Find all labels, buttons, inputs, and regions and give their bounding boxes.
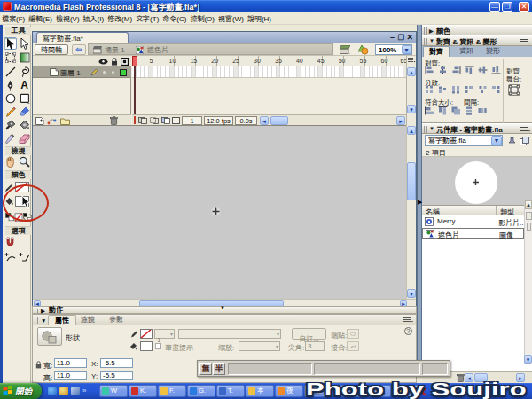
library-item-row[interactable]: Merry 影片片.. [422, 216, 524, 227]
menu-modify[interactable]: 修改(M) [106, 12, 134, 25]
frame-rate-indicator[interactable]: 12.0 fps [204, 116, 233, 125]
tab-transform[interactable]: 變形 [481, 46, 505, 57]
align-horizontal-center-button[interactable] [438, 66, 448, 74]
library-document-combo[interactable]: 寫字動畫.fla ▼ [425, 135, 503, 146]
menu-view[interactable]: 檢視(V) [54, 12, 82, 25]
doc-minimize-icon[interactable]: – [390, 34, 395, 42]
timeline-scroll-right-arrow[interactable]: ▸ [396, 116, 405, 125]
menu-control[interactable]: 控制(O) [188, 12, 216, 25]
menu-help[interactable]: 說明(H) [246, 12, 273, 25]
document-tab[interactable]: 寫字動畫.fla* [36, 32, 129, 43]
match-width-height-button[interactable] [451, 106, 461, 115]
layer-name[interactable]: 圖層 1 [60, 67, 81, 77]
taskbar-task-button[interactable]: F. [158, 385, 186, 397]
layer-frames-row[interactable] [132, 66, 406, 78]
snap-to-objects-magnet-icon[interactable] [4, 236, 17, 248]
stage-vscroll-thumb[interactable] [407, 162, 416, 200]
stroke-style-dropdown[interactable] [178, 329, 281, 339]
line-tool[interactable] [4, 66, 17, 78]
timeline-scroll-up-arrow[interactable]: ▴ [407, 67, 416, 76]
taskbar-task-button[interactable]: G. [187, 385, 215, 397]
layer-outline-color-swatch[interactable] [120, 69, 127, 76]
layer-row[interactable]: 圖層 1 [33, 66, 131, 78]
stroke-color-swatch[interactable] [140, 329, 153, 339]
subselection-tool[interactable] [18, 37, 31, 50]
modify-onion-markers-icon[interactable]: · [172, 117, 180, 124]
eraser-tool[interactable] [18, 132, 31, 145]
fill-color-swatch[interactable] [140, 341, 153, 351]
menu-commands[interactable]: 命令(C) [160, 12, 188, 25]
properties-panel-menu-icon[interactable] [403, 317, 413, 324]
oval-tool[interactable] [4, 92, 17, 105]
new-library-window-icon[interactable] [520, 137, 529, 145]
space-vertical-button[interactable] [465, 106, 474, 115]
outline-view-icon[interactable] [121, 58, 129, 66]
elapsed-time-indicator[interactable]: 0.0s [235, 116, 257, 125]
ime-halfwidth-button[interactable]: 半 [213, 363, 225, 375]
current-frame-indicator[interactable]: 1 [182, 116, 202, 125]
help-icon[interactable]: ? [404, 327, 412, 335]
insert-layer-icon[interactable] [35, 117, 44, 125]
back-button[interactable]: ⇦ [72, 44, 86, 55]
align-bottom-edge-button[interactable] [491, 66, 501, 74]
width-input[interactable]: 11.0 [54, 358, 87, 368]
miter-input[interactable]: 3 [305, 341, 325, 351]
stage-scroll-down-arrow[interactable]: ▾ [407, 289, 416, 298]
library-panel-header[interactable]: ▼ 元件庫 - 寫字動畫.fla [422, 123, 532, 134]
layer-visible-dot[interactable] [103, 71, 106, 74]
tab-info[interactable]: 資訊 [454, 46, 479, 57]
smooth-option-icon[interactable] [4, 251, 17, 263]
stroke-hinting-checkbox[interactable] [155, 343, 161, 349]
text-tool[interactable]: A [18, 79, 31, 91]
edit-multiple-frames-icon[interactable] [161, 117, 170, 124]
brush-tool[interactable] [18, 106, 31, 118]
tab-filters[interactable]: 濾鏡 [74, 315, 101, 325]
minimize-button[interactable]: — [489, 2, 500, 12]
doc-restore-icon[interactable]: ❐ [398, 34, 404, 42]
gradient-transform-tool[interactable] [18, 51, 31, 64]
timeline-scroll-left-arrow[interactable]: ◂ [260, 116, 269, 125]
size-lock-icon[interactable] [35, 361, 42, 369]
taskbar-task-button[interactable]: 本 [246, 385, 274, 397]
actions-panel-collapsed[interactable]: ▶ 動作 ▼ [32, 306, 417, 314]
delete-layer-trash-icon[interactable] [110, 116, 118, 125]
onion-skin-icon[interactable] [138, 117, 147, 124]
tab-parameters[interactable]: 參數 [103, 315, 129, 325]
taskbar-task-button[interactable]: K. [129, 385, 157, 397]
timeline-toggle-button[interactable]: 時間軸 [35, 44, 68, 55]
close-button[interactable]: ✕ [519, 2, 529, 12]
match-height-button[interactable] [438, 106, 448, 115]
center-frame-icon[interactable] [134, 116, 136, 124]
scale-dropdown[interactable] [239, 341, 280, 351]
match-width-button[interactable] [425, 106, 434, 115]
distribute-vertical-center-button[interactable] [438, 85, 448, 94]
frame-ruler[interactable]: 5 10 15 20 25 30 35 40 45 50 55 60 65 [132, 56, 406, 66]
library-item-row-selected[interactable]: 遮色片 圖像 [422, 228, 524, 239]
timeline-scrollbar-thumb[interactable] [270, 116, 288, 125]
align-top-edge-button[interactable] [465, 66, 474, 74]
align-panel-menu-icon[interactable] [520, 38, 529, 45]
timeline-scroll-down-arrow[interactable]: ▾ [407, 105, 416, 113]
color-panel-header[interactable]: ▶ 顏色 [422, 25, 532, 35]
height-input[interactable]: 11.0 [54, 371, 87, 380]
column-header-type[interactable]: 類型 [497, 206, 524, 215]
playhead[interactable] [132, 56, 137, 66]
quick-launch-desktop-icon[interactable] [71, 387, 80, 395]
menu-window[interactable]: 視窗(W) [216, 12, 246, 25]
align-right-edge-button[interactable] [451, 66, 461, 74]
join-option-icon[interactable]: ◅ [347, 341, 359, 351]
cap-option-icon[interactable]: ⬭ [347, 329, 359, 339]
zoom-level-combo[interactable]: 100% ▼ [375, 44, 412, 55]
show-hide-eye-icon[interactable] [98, 59, 108, 65]
combo-dropdown-arrow[interactable]: ▼ [491, 136, 502, 145]
add-motion-guide-icon[interactable] [47, 117, 57, 125]
eyedropper-tool[interactable] [4, 132, 17, 145]
edit-symbol-icon[interactable] [357, 44, 369, 55]
distribute-horizontal-center-button[interactable] [478, 85, 488, 94]
pencil-tool[interactable] [4, 106, 17, 118]
free-transform-tool[interactable] [4, 51, 17, 64]
column-header-name[interactable]: 名稱 [422, 206, 497, 215]
taskbar-task-button[interactable]: 夜 [275, 385, 303, 397]
layer-lock-dot[interactable] [112, 71, 114, 74]
align-left-edge-button[interactable] [425, 66, 434, 74]
